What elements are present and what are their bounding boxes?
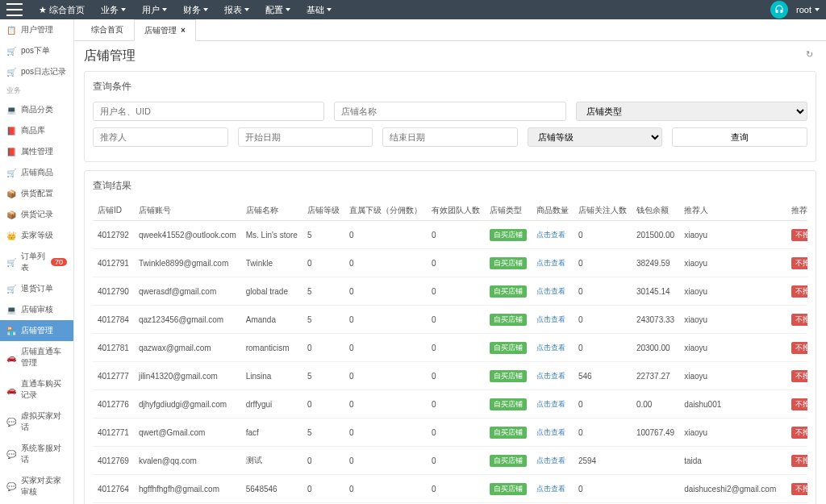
hamburger-menu[interactable] xyxy=(6,3,23,16)
sidebar-item-供货配置[interactable]: 📦供货配置 xyxy=(0,183,73,204)
sidebar-item-店铺管理[interactable]: 🏪店铺管理 xyxy=(0,320,73,341)
goods-link[interactable]: 点击查看 xyxy=(536,231,565,239)
search-panel-title: 查询条件 xyxy=(93,80,807,94)
goods-link[interactable]: 点击查看 xyxy=(536,315,565,323)
sidebar-item-虚拟买家对话[interactable]: 💬虚拟买家对话 xyxy=(0,406,73,438)
sidebar-item-卖家等级[interactable]: 👑卖家等级 xyxy=(0,225,73,246)
shop-type-tag: 自买店铺 xyxy=(490,398,527,410)
sidebar-item-属性管理[interactable]: 📕属性管理 xyxy=(0,141,73,162)
sidebar-icon: 🚗 xyxy=(6,352,16,362)
sidebar-item-退货订单[interactable]: 🛒退货订单 xyxy=(0,278,73,299)
sidebar-item-店铺审核[interactable]: 💻店铺审核 xyxy=(0,299,73,320)
table-row: 4012764hgffhfhgfh@gmail.com5648546000自买店… xyxy=(93,475,807,503)
sidebar-item-label: 属性管理 xyxy=(21,146,53,157)
top-config[interactable]: 配置 xyxy=(259,2,297,19)
search-shoplevel-select[interactable]: 店铺等级 xyxy=(528,127,663,147)
sidebar-item-label: 订单列表 xyxy=(21,251,46,273)
search-panel: 查询条件 店铺类型 店铺等级 查询 xyxy=(84,71,816,162)
sidebar-item-用户管理[interactable]: 📋用户管理 xyxy=(0,19,73,40)
sidebar-item-商品分类[interactable]: 💻商品分类 xyxy=(0,99,73,120)
sidebar-item-店铺直通车管理[interactable]: 🚗店铺直通车管理 xyxy=(0,341,73,373)
table-row: 4012792qweek41552@outlook.comMs. Lin's s… xyxy=(93,221,807,249)
sidebar-item-label: 用户管理 xyxy=(21,24,53,35)
sidebar-item-pos日志记录[interactable]: 🛒pos日志记录 xyxy=(0,61,73,82)
sidebar-icon: 💬 xyxy=(6,481,16,491)
user-dropdown[interactable]: root xyxy=(796,5,820,15)
top-report[interactable]: 报表 xyxy=(218,2,256,19)
goods-link[interactable]: 点击查看 xyxy=(536,456,565,464)
sidebar-item-系统客服对话[interactable]: 💬系统客服对话 xyxy=(0,438,73,470)
sidebar-item-pos下单[interactable]: 🛒pos下单 xyxy=(0,40,73,61)
sidebar-icon: 📋 xyxy=(6,25,16,35)
tab-label: 综合首页 xyxy=(91,24,123,35)
shop-type-tag: 自买店铺 xyxy=(490,285,527,298)
close-icon[interactable]: × xyxy=(181,26,186,35)
goods-link[interactable]: 点击查看 xyxy=(536,485,565,493)
sidebar-icon: 💬 xyxy=(6,449,16,459)
search-button[interactable]: 查询 xyxy=(672,127,807,147)
goods-link[interactable]: 点击查看 xyxy=(536,400,565,408)
search-shoptype-select[interactable]: 店铺类型 xyxy=(576,102,807,121)
col-header: 推荐店铺 xyxy=(786,201,807,221)
col-header: 店铺类型 xyxy=(485,201,532,221)
results-table: 店铺ID店铺账号店铺名称店铺等级直属下级（分佣数）有效团队人数店铺类型商品数量店… xyxy=(93,201,807,504)
sidebar-icon: 📕 xyxy=(6,126,16,135)
shop-type-tag: 自买店铺 xyxy=(490,314,527,326)
sidebar: 📋用户管理🛒pos下单🛒pos日志记录业务💻商品分类📕商品库📕属性管理🛒店铺商品… xyxy=(0,19,74,504)
sidebar-icon: 📦 xyxy=(6,189,16,198)
sidebar-item-供货记录[interactable]: 📦供货记录 xyxy=(0,204,73,225)
goods-link[interactable]: 点击查看 xyxy=(536,372,565,380)
sidebar-item-label: 商品库 xyxy=(21,125,45,136)
tab-店铺管理[interactable]: 店铺管理× xyxy=(134,19,196,41)
recommend-tag: 不推荐 xyxy=(791,455,807,467)
table-row: 4012790qwerasdf@gmail.comglobal trade500… xyxy=(93,277,807,306)
sidebar-item-直通车购买记录[interactable]: 🚗直通车购买记录 xyxy=(0,373,73,406)
tab-综合首页[interactable]: 综合首页 xyxy=(81,19,134,40)
col-header: 店铺ID xyxy=(93,201,134,221)
sidebar-item-label: 店铺审核 xyxy=(21,304,53,315)
col-header: 直属下级（分佣数） xyxy=(344,201,427,221)
goods-link[interactable]: 点击查看 xyxy=(536,428,565,436)
top-finance[interactable]: 财务 xyxy=(177,2,215,19)
goods-link[interactable]: 点击查看 xyxy=(536,344,565,352)
shop-type-tag: 自买店铺 xyxy=(490,455,527,467)
top-home[interactable]: ★ 综合首页 xyxy=(32,2,91,19)
top-user[interactable]: 用户 xyxy=(136,2,173,19)
search-shopname-input[interactable] xyxy=(334,102,565,121)
refresh-icon[interactable]: ↻ xyxy=(806,49,813,60)
sidebar-item-商品库[interactable]: 📕商品库 xyxy=(0,120,73,141)
goods-link[interactable]: 点击查看 xyxy=(536,287,565,295)
results-panel: 查询结果 店铺ID店铺账号店铺名称店铺等级直属下级（分佣数）有效团队人数店铺类型… xyxy=(84,170,816,504)
col-header: 商品数量 xyxy=(532,201,574,221)
sidebar-item-label: 供货配置 xyxy=(21,188,53,199)
col-header: 店铺名称 xyxy=(241,201,302,221)
sidebar-icon: 🛒 xyxy=(6,284,16,294)
col-header: 店铺等级 xyxy=(302,201,344,221)
table-row: 4012791Twinkle8899@gmail.comTwinkle000自买… xyxy=(93,249,807,277)
goods-link[interactable]: 点击查看 xyxy=(536,259,565,267)
sidebar-item-label: 卖家等级 xyxy=(21,230,53,241)
sidebar-icon: 🛒 xyxy=(6,257,16,267)
sidebar-item-label: 商品分类 xyxy=(21,104,53,115)
recommend-tag: 不推荐 xyxy=(791,370,807,382)
shop-type-tag: 自买店铺 xyxy=(490,229,527,241)
headset-icon[interactable] xyxy=(770,1,788,19)
sidebar-item-店铺商品[interactable]: 🛒店铺商品 xyxy=(0,162,73,183)
recommend-tag: 不推荐 xyxy=(791,229,807,241)
search-start-date[interactable] xyxy=(238,127,373,147)
search-user-input[interactable] xyxy=(93,102,324,121)
search-end-date[interactable] xyxy=(382,127,518,147)
sidebar-item-买家对卖家审核[interactable]: 💬买家对卖家审核 xyxy=(0,470,73,502)
top-base[interactable]: 基础 xyxy=(300,2,338,19)
table-row: 4012771qwert@Gmail.comfacf500自买店铺点击查看010… xyxy=(93,419,807,447)
sidebar-item-label: pos日志记录 xyxy=(21,66,66,77)
tab-label: 店铺管理 xyxy=(144,25,177,36)
tabs: 综合首页店铺管理× xyxy=(74,19,826,41)
col-header: 店铺关注人数 xyxy=(574,201,632,221)
sidebar-icon: 👑 xyxy=(6,231,16,240)
sidebar-item-订单列表[interactable]: 🛒订单列表70 xyxy=(0,246,73,278)
search-referrer-input[interactable] xyxy=(93,127,228,147)
top-business[interactable]: 业务 xyxy=(94,2,132,19)
recommend-tag: 不推荐 xyxy=(791,342,807,354)
sidebar-item-label: 店铺商品 xyxy=(21,167,53,178)
